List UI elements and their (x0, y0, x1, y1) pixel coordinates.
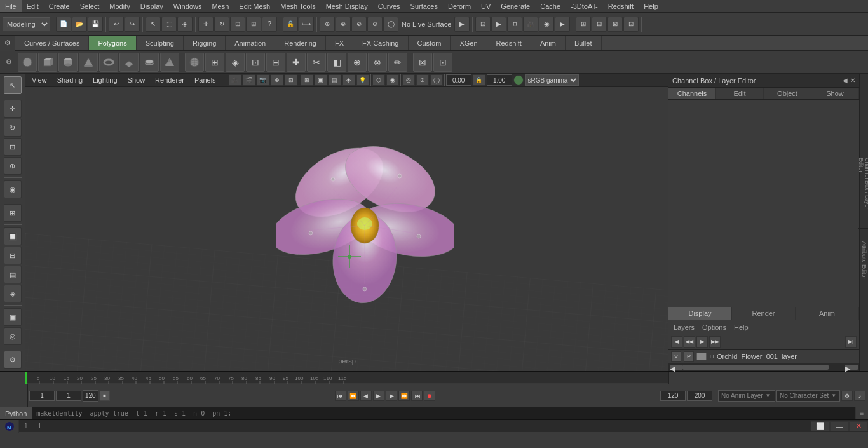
menu-uv[interactable]: UV (476, 0, 496, 12)
range-lock-btn[interactable]: ■ (100, 391, 110, 401)
cb-scroll-left-btn[interactable]: ◀ (670, 365, 682, 370)
win-restore-btn[interactable]: ⬜ (811, 421, 830, 431)
layout-4-btn[interactable]: ⊡ (623, 17, 639, 32)
layer-end-btn[interactable]: ▶| (845, 336, 857, 348)
cb-tab-channels[interactable]: Channels (668, 88, 716, 99)
rotate-tool-btn[interactable]: ↻ (214, 17, 229, 32)
vp-menu-shading[interactable]: Shading (53, 76, 86, 84)
shelf-torus-btn[interactable] (99, 53, 118, 72)
move-tool-lt-btn[interactable]: ✛ (4, 100, 22, 118)
vp-cam3-btn[interactable]: 📷 (257, 74, 269, 86)
cb-collapse-btn[interactable]: ◀ (843, 77, 848, 84)
tab-fx-caching[interactable]: FX Caching (353, 36, 408, 50)
shelf-uv-unfold-btn[interactable]: ⊠ (413, 53, 432, 72)
tab-rigging[interactable]: Rigging (184, 36, 226, 50)
layer-prev2-btn[interactable]: ◀◀ (684, 336, 695, 348)
live-surface-4-btn[interactable]: ⊙ (367, 17, 383, 32)
scale-tool-lt-btn[interactable]: ⊡ (4, 138, 22, 156)
shelf-polysplit-btn[interactable]: ✂ (307, 53, 326, 72)
render-arrow-btn[interactable]: ▶ (555, 17, 570, 32)
shelf-sculpt-btn[interactable]: ✏ (388, 53, 407, 72)
tab-anim[interactable]: Anim (531, 36, 566, 50)
vp-dof-btn[interactable]: ◯ (430, 74, 443, 86)
menu-mesh-display[interactable]: Mesh Display (321, 0, 373, 12)
menu-surfaces[interactable]: Surfaces (405, 0, 443, 12)
vp-menu-panels[interactable]: Panels (191, 76, 220, 84)
tab-rendering[interactable]: Rendering (275, 36, 326, 50)
menu-deform[interactable]: Deform (443, 0, 476, 12)
lasso-btn[interactable]: ⬚ (161, 17, 177, 32)
menu-create[interactable]: Create (44, 0, 75, 12)
vp-xray2-btn[interactable]: ⊙ (416, 74, 429, 86)
viewport-canvas[interactable]: X Y Z (25, 87, 668, 371)
render-cam-btn[interactable]: 🎥 (523, 17, 538, 32)
menu-curves[interactable]: Curves (373, 0, 405, 12)
live-surface-btn[interactable]: ⊕ (320, 17, 335, 32)
shelf-cube-btn[interactable] (38, 53, 57, 72)
snap-toggle-lt-btn[interactable]: 🔲 (4, 227, 22, 245)
shelf-uv-layout-btn[interactable]: ⊡ (433, 53, 452, 72)
rotate-tool-lt-btn[interactable]: ↻ (4, 119, 22, 137)
cb-scrollbar[interactable]: ◀ ▶ (668, 363, 859, 371)
audio-btn[interactable]: ♪ (854, 391, 865, 401)
vp-uvs-btn[interactable]: ▤ (329, 74, 341, 86)
tab-polygons[interactable]: Polygons (89, 36, 136, 50)
cb-tab-show[interactable]: Show (811, 88, 859, 99)
menu-windows[interactable]: Windows (168, 0, 207, 12)
cb-scroll-thumb[interactable] (682, 365, 829, 370)
open-file-btn[interactable]: 📂 (72, 17, 87, 32)
display-lt-btn[interactable]: ▣ (4, 308, 22, 326)
live-surface-3-btn[interactable]: ⊘ (351, 17, 367, 32)
layer-playback-btn[interactable]: P (684, 351, 694, 362)
dra-tab-display[interactable]: Display (668, 307, 732, 320)
shelf-prism-btn[interactable] (160, 53, 179, 72)
cb-tab-edit[interactable]: Edit (716, 88, 764, 99)
menu-file[interactable]: File (0, 0, 22, 12)
move-tool-btn[interactable]: ✛ (198, 17, 214, 32)
shelf-polybevel-btn[interactable]: ◈ (226, 53, 245, 72)
vp-xray-btn[interactable]: ◎ (402, 74, 415, 86)
paint-select-btn[interactable]: ◈ (177, 17, 193, 32)
render-settings-btn[interactable]: ⚙ (507, 17, 522, 32)
cb-tab-object[interactable]: Object (764, 88, 811, 99)
shelf-cone-btn[interactable] (79, 53, 98, 72)
anim-end-input[interactable] (687, 391, 712, 401)
tab-redshift[interactable]: Redshift (487, 36, 531, 50)
tab-bullet[interactable]: Bullet (566, 36, 602, 50)
menu-mesh[interactable]: Mesh (207, 0, 234, 12)
tab-settings-btn[interactable]: ⚙ (0, 36, 15, 51)
menu-edit[interactable]: Edit (22, 0, 44, 12)
universal-lt-btn[interactable]: ⊕ (4, 157, 22, 175)
dra-tab-anim[interactable]: Anim (796, 307, 859, 320)
workspace-selector[interactable]: Modeling Rigging Animation (3, 17, 50, 31)
anim-range-btn[interactable]: 120 (83, 390, 98, 402)
vp-camera-value-input[interactable] (446, 74, 471, 86)
new-file-btn[interactable]: 📄 (56, 17, 71, 32)
menu-3dtall[interactable]: -3DtoAll- (566, 0, 603, 12)
snap-pts-lt-btn[interactable]: ⊟ (4, 247, 22, 264)
win-minimize-btn[interactable]: — (830, 421, 849, 431)
maya-logo-btn[interactable]: M (0, 420, 19, 433)
transport-record-btn[interactable]: ⏺ (424, 391, 435, 401)
vp-colorspace-circle-btn[interactable] (513, 75, 524, 85)
snap-view-lt-btn[interactable]: ◈ (4, 285, 22, 302)
render-region-btn[interactable]: ⊡ (475, 17, 491, 32)
vp-shading-btn[interactable]: ⬡ (372, 74, 385, 86)
menu-generate[interactable]: Generate (496, 0, 535, 12)
vp-cam-btn[interactable]: 🎥 (229, 74, 241, 86)
layout-2-btn[interactable]: ⊟ (592, 17, 607, 32)
layers-menu-layers[interactable]: Layers (671, 323, 697, 331)
start-frame-input[interactable] (56, 391, 81, 401)
snap-grid-lt-btn[interactable]: ▤ (4, 266, 22, 283)
win-close-btn[interactable]: ✕ (849, 421, 868, 431)
anim-layer-dropdown[interactable]: No Anim Layer ▼ (718, 390, 775, 402)
tab-animation[interactable]: Animation (226, 36, 275, 50)
select-tool-btn[interactable]: ↖ (146, 17, 161, 32)
snap-grid-btn[interactable]: 🔒 (283, 17, 298, 32)
vp-menu-view[interactable]: View (28, 76, 51, 84)
save-file-btn[interactable]: 💾 (88, 17, 103, 32)
live-surface-arrow-btn[interactable]: ▶ (454, 17, 470, 32)
shelf-sphere-btn[interactable] (18, 53, 37, 72)
dra-tab-render[interactable]: Render (732, 307, 796, 320)
shelf-plane-btn[interactable] (119, 53, 139, 72)
